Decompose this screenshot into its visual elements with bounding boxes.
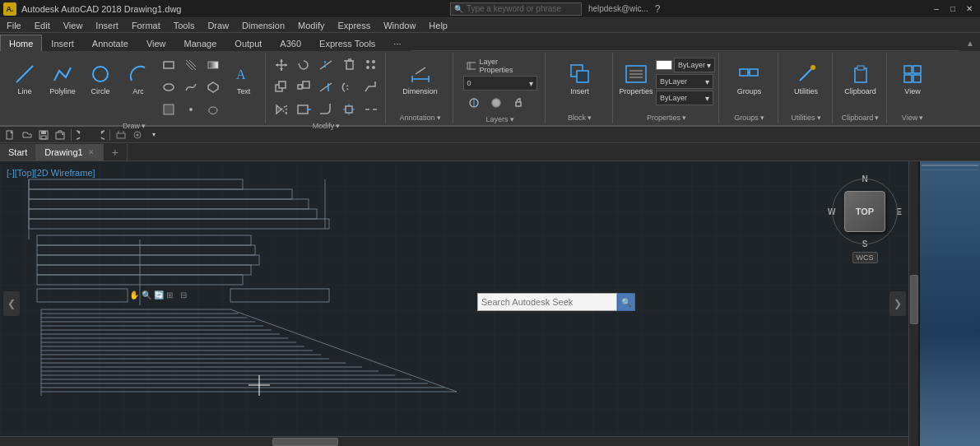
hatch-button[interactable] — [180, 54, 202, 76]
array-button[interactable] — [360, 54, 382, 76]
menu-dimension[interactable]: Dimension — [235, 18, 291, 33]
canvas-nav-right[interactable]: ❯ — [889, 291, 906, 316]
move-button[interactable] — [271, 54, 292, 76]
ellipse-button[interactable] — [158, 77, 179, 98]
point-button[interactable] — [180, 99, 202, 120]
horizontal-scrollbar[interactable] — [0, 436, 908, 446]
copy-button[interactable] — [271, 77, 292, 98]
draw-line-button[interactable]: Line — [7, 54, 43, 104]
extend-button[interactable] — [315, 77, 337, 98]
layer-freeze-button[interactable] — [463, 92, 485, 114]
menu-tools[interactable]: Tools — [167, 18, 202, 33]
view-button[interactable]: View — [892, 54, 933, 104]
minimize-button[interactable]: – — [929, 2, 944, 16]
scale-button[interactable] — [293, 77, 314, 98]
tab-output[interactable]: Output — [225, 35, 271, 51]
spline-button[interactable] — [180, 77, 202, 98]
region-button[interactable] — [202, 77, 224, 98]
fillet-button[interactable] — [315, 99, 337, 120]
draw-text-button[interactable]: A Text — [225, 54, 262, 104]
vertical-scrollbar[interactable] — [908, 161, 918, 446]
draw-circle-button[interactable]: Circle — [82, 54, 118, 104]
view-cube-top[interactable]: TOP — [844, 191, 885, 232]
menu-draw[interactable]: Draw — [201, 18, 235, 33]
tb-print[interactable] — [114, 128, 128, 142]
tab-close-icon[interactable]: ✕ — [88, 148, 95, 156]
menu-view[interactable]: View — [57, 18, 90, 33]
vertical-scrollbar-thumb[interactable] — [910, 275, 918, 324]
clipboard-button[interactable]: Clipboard — [838, 54, 883, 104]
annotation-expand-icon[interactable]: ▾ — [437, 114, 441, 122]
modify-expand-icon[interactable]: ▾ — [336, 122, 340, 130]
tab-insert[interactable]: Insert — [42, 35, 83, 51]
chamfer-button[interactable] — [360, 77, 382, 98]
menu-format[interactable]: Format — [125, 18, 167, 33]
title-search-box[interactable]: 🔍 Type a keyword or phrase — [450, 2, 582, 16]
rectangle-button[interactable] — [158, 54, 179, 76]
canvas-nav-left[interactable]: ❮ — [3, 291, 20, 316]
explode-button[interactable] — [338, 99, 360, 120]
tb-new[interactable] — [3, 128, 18, 142]
layers-expand-icon[interactable]: ▾ — [510, 115, 514, 123]
groups-expand-icon[interactable]: ▾ — [760, 114, 764, 122]
lineweight-dropdown[interactable]: ByLayer ▾ — [656, 91, 713, 105]
autodesk-seek-button[interactable]: 🔍 — [617, 293, 635, 311]
dimension-button[interactable]: Dimension — [402, 54, 439, 104]
break-button[interactable] — [360, 99, 382, 120]
offset-button[interactable] — [338, 77, 360, 98]
menu-edit[interactable]: Edit — [28, 18, 57, 33]
help-icon[interactable]: ? — [655, 3, 661, 15]
tab-start[interactable]: Start — [0, 144, 36, 160]
gradient-button[interactable] — [202, 54, 224, 76]
autodesk-seek-input[interactable] — [477, 293, 617, 311]
layer-properties-button[interactable]: Layer Properties — [463, 58, 529, 74]
close-button[interactable]: ✕ — [962, 2, 977, 16]
menu-express[interactable]: Express — [331, 18, 377, 33]
tb-plot[interactable] — [53, 128, 67, 142]
linetype-dropdown[interactable]: ByLayer ▾ — [656, 74, 713, 89]
menu-help[interactable]: Help — [422, 18, 454, 33]
view-expand-icon[interactable]: ▾ — [919, 114, 923, 122]
clipboard-expand-icon[interactable]: ▾ — [875, 114, 879, 122]
menu-window[interactable]: Window — [377, 18, 422, 33]
stretch-button[interactable] — [293, 99, 314, 120]
tab-more[interactable]: ··· — [384, 35, 410, 51]
insert-block-button[interactable]: Insert — [562, 54, 598, 104]
tab-manage[interactable]: Manage — [175, 35, 226, 51]
layer-lock-button[interactable] — [508, 92, 529, 114]
utilities-button[interactable]: Utilities — [783, 54, 829, 104]
tb-save[interactable] — [36, 128, 51, 142]
tb-workspace[interactable] — [130, 128, 145, 142]
properties-button[interactable]: Properties — [618, 54, 654, 104]
tb-more[interactable]: ▾ — [146, 128, 161, 142]
canvas-area[interactable]: [-][Top][2D Wireframe] — [0, 161, 980, 446]
menu-modify[interactable]: Modify — [291, 18, 331, 33]
draw-polyline-button[interactable]: Polyline — [44, 54, 81, 104]
draw-arc-button[interactable]: Arc — [120, 54, 156, 104]
tab-express-tools[interactable]: Express Tools — [310, 35, 384, 51]
tab-annotate[interactable]: Annotate — [83, 35, 137, 51]
tab-view[interactable]: View — [137, 35, 175, 51]
utilities-expand-icon[interactable]: ▾ — [817, 114, 821, 122]
horizontal-scrollbar-thumb[interactable] — [272, 438, 338, 446]
properties-expand-icon[interactable]: ▾ — [682, 114, 686, 122]
trim-button[interactable] — [315, 54, 337, 76]
tab-home[interactable]: Home — [0, 35, 42, 51]
tab-drawing1[interactable]: Drawing1 ✕ — [36, 144, 103, 160]
rotate-button[interactable] — [293, 54, 314, 76]
wipeout-button[interactable] — [158, 99, 179, 120]
block-expand-icon[interactable]: ▾ — [588, 114, 592, 122]
tb-open[interactable] — [20, 128, 35, 142]
mirror-button[interactable] — [271, 99, 292, 120]
menu-file[interactable]: File — [0, 18, 28, 33]
ribbon-minimize-btn[interactable]: ▲ — [960, 35, 980, 51]
tb-redo[interactable] — [91, 128, 106, 142]
group-button[interactable]: Groups — [725, 54, 774, 104]
tab-a360[interactable]: A360 — [271, 35, 310, 51]
tab-add[interactable]: + — [104, 144, 128, 160]
revcloud-button[interactable] — [202, 99, 224, 120]
menu-insert[interactable]: Insert — [89, 18, 125, 33]
maximize-button[interactable]: □ — [945, 2, 960, 16]
erase-button[interactable] — [338, 54, 360, 76]
tb-undo[interactable] — [75, 128, 90, 142]
